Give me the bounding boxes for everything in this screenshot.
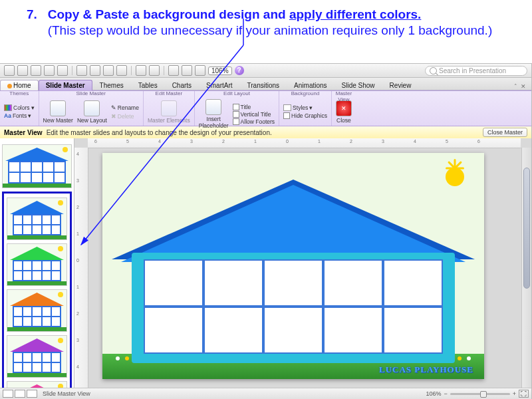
fonts-dropdown[interactable]: Aa Fonts ▾ [4, 112, 35, 119]
zoom-out-button[interactable]: − [444, 390, 447, 397]
house-graphic [132, 180, 455, 363]
styles-dropdown[interactable]: Styles ▾ [283, 104, 327, 111]
zoom-in-button[interactable]: + [513, 390, 516, 397]
group-slide-master: Slide Master New Master New Layout ✎ Ren… [39, 91, 144, 126]
tab-slideshow[interactable]: Slide Show [334, 80, 382, 90]
master-view-label: Master View [4, 129, 43, 136]
slide-thumbnails[interactable] [0, 138, 74, 388]
slideshow-view-button[interactable] [27, 390, 37, 398]
delete-button[interactable]: ✖ Delete [111, 113, 139, 120]
ribbon-collapse-icon[interactable]: ˄ ✕ [509, 83, 531, 90]
grid-shape [8, 161, 66, 184]
tab-review[interactable]: Review [382, 80, 419, 90]
scrollbar-thumb[interactable] [523, 168, 530, 289]
paste-icon[interactable] [103, 65, 114, 76]
title-checkbox[interactable]: Title [233, 104, 275, 110]
copy-icon[interactable] [90, 65, 100, 76]
save-icon[interactable] [44, 65, 55, 76]
layout-thumb[interactable] [7, 198, 67, 240]
master-elements-button[interactable]: Master Elements [148, 100, 190, 124]
new-layout-button[interactable]: New Layout [77, 100, 107, 124]
thumb-selection [2, 192, 72, 388]
grid-graphic [144, 259, 443, 354]
sun-icon [63, 147, 68, 152]
tab-transitions[interactable]: Transitions [240, 80, 287, 90]
slide-canvas[interactable]: LUCAS PLAYHOUSE [102, 153, 484, 379]
step-underline: apply different colors. [289, 7, 421, 21]
colors-dropdown[interactable]: Colors ▾ [4, 104, 35, 111]
step-lead: Copy & Paste a background design and [48, 7, 289, 21]
master-view-text: Edit the master slides and layouts to ch… [47, 129, 272, 136]
search-icon [430, 67, 437, 74]
separator [164, 66, 164, 75]
roof-graphic [112, 180, 475, 259]
group-themes: Themes Colors ▾ Aa Fonts ▾ [0, 91, 39, 126]
powerpoint-window: 106% ? Search in Presentation Home Slide… [0, 63, 532, 399]
search-box[interactable]: Search in Presentation [425, 66, 527, 76]
editing-canvas-area: 6543210123456 432101234 [74, 138, 531, 388]
layout-thumb[interactable] [7, 243, 67, 286]
vertical-ruler: 432101234 [74, 148, 88, 388]
toolbar-icon[interactable] [168, 65, 179, 76]
group-edit-layout: Edit Layout Insert Placeholder Title Ver… [195, 91, 279, 126]
tab-animations[interactable]: Animations [287, 80, 334, 90]
workspace: 6543210123456 432101234 [0, 138, 531, 388]
step-number: 7. [27, 7, 37, 21]
allow-footers-checkbox[interactable]: Allow Footers [233, 118, 275, 125]
redo-icon[interactable] [149, 65, 160, 76]
quick-access-toolbar: 106% ? Search in Presentation [0, 64, 531, 78]
tab-home[interactable]: Home [0, 80, 39, 90]
search-placeholder: Search in Presentation [439, 67, 506, 74]
toolbar-icon[interactable] [17, 65, 28, 76]
format-painter-icon[interactable] [116, 65, 127, 76]
zoom-dropdown[interactable]: 106% [208, 66, 232, 75]
tab-tables[interactable]: Tables [131, 80, 165, 90]
tab-themes[interactable]: Themes [92, 80, 131, 90]
help-icon[interactable]: ? [235, 66, 244, 75]
ribbon-tabs: Home Slide Master Themes Tables Charts S… [0, 78, 531, 90]
status-label: Slide Master View [43, 390, 90, 397]
instruction-step: 7. Copy & Paste a background design and … [0, 0, 532, 41]
close-master-view-button[interactable]: ✕Close [336, 100, 352, 124]
group-master-view: Master View ✕Close [332, 91, 356, 126]
toolbar-icon[interactable] [31, 65, 41, 76]
layout-thumb[interactable] [7, 335, 67, 378]
layout-thumb[interactable] [7, 289, 67, 332]
tab-smartart[interactable]: SmartArt [199, 80, 239, 90]
toolbar-icon[interactable] [4, 65, 15, 76]
fit-button[interactable]: ⛶ [519, 390, 529, 398]
normal-view-button[interactable] [3, 390, 13, 398]
zoom-value: 106% [426, 390, 441, 397]
roof-shape [5, 148, 68, 161]
hide-graphics-checkbox[interactable]: Hide Graphics [283, 112, 327, 119]
step-sub: (This step would be unnecessary if your … [48, 23, 493, 37]
new-master-button[interactable]: New Master [43, 100, 73, 124]
horizontal-ruler: 6543210123456 [88, 138, 521, 148]
wall-graphic [132, 253, 455, 363]
tab-slide-master[interactable]: Slide Master [39, 80, 92, 90]
insert-placeholder-button[interactable]: Insert Placeholder [199, 99, 229, 129]
cut-icon[interactable] [76, 65, 87, 76]
rename-button[interactable]: ✎ Rename [111, 104, 139, 111]
undo-icon[interactable] [136, 65, 146, 76]
toolbar-icon[interactable] [195, 65, 205, 76]
zoom-slider[interactable] [450, 393, 510, 395]
group-edit-master: Edit Master Master Elements [144, 91, 195, 126]
grass-shape [3, 184, 71, 188]
separator [131, 66, 132, 75]
master-thumb[interactable] [2, 144, 72, 188]
ribbon: Themes Colors ▾ Aa Fonts ▾ Slide Master … [0, 90, 531, 126]
toolbar-icon[interactable] [182, 65, 192, 76]
tab-charts[interactable]: Charts [165, 80, 199, 90]
separator [72, 66, 72, 75]
vertical-title-checkbox[interactable]: Vertical Title [233, 111, 275, 118]
close-master-button[interactable]: Close Master [483, 128, 527, 137]
vertical-scrollbar[interactable] [521, 148, 531, 388]
brand-text: LUCAS PLAYHOUSE [379, 364, 473, 375]
sorter-view-button[interactable] [15, 390, 25, 398]
print-icon[interactable] [57, 65, 68, 76]
status-bar: Slide Master View 106% − + ⛶ [0, 388, 531, 399]
group-background: Background Styles ▾ Hide Graphics [279, 91, 332, 126]
